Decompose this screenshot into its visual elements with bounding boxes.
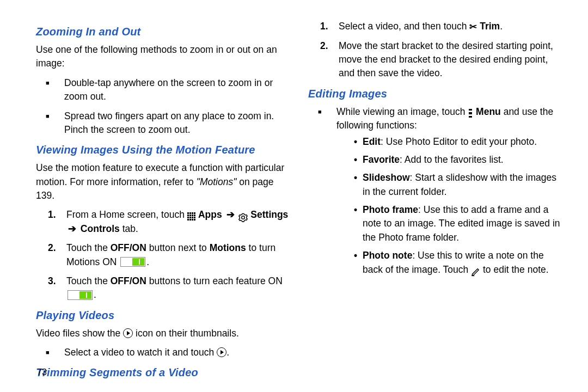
offon-label: OFF/ON [111,242,146,253]
motions-label: Motions [210,242,246,253]
controls-label: Controls [78,223,120,234]
heading-trimming: Trimming Segments of a Video [36,365,289,381]
heading-motion: Viewing Images Using the Motion Feature [36,142,289,158]
fn-note-k: Photo note [363,250,412,261]
play-b1-b: . [226,347,229,358]
step2-a: Touch the [66,242,111,253]
page-number: 73 [37,366,47,378]
motion-step-2: Touch the OFF/ON button next to Motions … [66,241,289,269]
fn-edit-v: : Use Photo Editor to edit your photo. [381,136,537,147]
motion-step-3: Touch the OFF/ON buttons to turn each fe… [66,274,289,302]
menu-label: Menu [473,106,501,117]
fn-fav-v: : Add to the favorites list. [400,154,504,165]
gear-icon [238,212,248,222]
fn-photo-frame: Photo frame: Use this to add a frame and… [363,203,561,244]
trim-step-1: Select a video, and then touch ✂ Trim. [339,20,561,34]
settings-label: Settings [248,209,288,220]
motion-step-1: From a Home screen, touch Apps ➔ Setting… [66,208,289,236]
heading-playing-videos: Playing Videos [36,308,289,323]
toggle-on-icon-2 [68,290,93,300]
fn-slide-k: Slideshow [363,172,410,183]
step3-b: buttons to turn each feature ON [146,275,283,286]
menu-icon [469,109,472,118]
play-intro-b: icon on their thumbnails. [133,328,239,339]
trim-step-2: Move the start bracket to the desired st… [339,39,561,81]
arrow-icon: ➔ [225,209,236,220]
offon-label-2: OFF/ON [111,275,146,286]
play-intro: Video files show the icon on their thumb… [36,327,289,340]
zoom-bullet-2: Spread two fingers apart on any place to… [61,109,289,137]
trim1-a: Select a video, and then touch [339,21,469,32]
play-intro-a: Video files show the [36,328,123,339]
play-b1-a: Select a video to watch it and touch [64,347,217,358]
fn-photo-note: Photo note: Use this to write a note on … [363,249,561,277]
play-bullet-1: Select a video to watch it and touch . [61,346,289,359]
toggle-on-icon [120,257,145,267]
pencil-icon [471,267,480,276]
edit-b1-a: While viewing an image, touch [336,106,468,117]
zoom-intro: Use one of the following methods to zoom… [36,43,289,71]
step3-a: Touch the [66,275,111,286]
apps-grid-icon [187,212,196,221]
zoom-bullet-1: Double-tap anywhere on the screen to zoo… [61,76,289,104]
scissors-icon: ✂ [469,21,477,34]
apps-label: Apps [196,209,225,220]
play-circle-icon [123,328,133,338]
fn-frame-k: Photo frame [363,204,418,215]
play-circle-icon-2 [217,347,226,357]
step3-c: . [94,289,96,300]
fn-fav-k: Favorite [363,154,400,165]
trim1-b: . [500,21,503,32]
fn-edit-k: Edit [363,136,381,147]
motion-intro: Use the motion feature to execute a func… [36,161,289,203]
step1-a: From a Home screen, touch [66,209,187,220]
fn-note-v2: to edit the note. [480,264,549,275]
edit-bullet-1: While viewing an image, touch Menu and u… [333,105,561,277]
trim-label: Trim [477,21,500,32]
heading-editing-images: Editing Images [308,86,561,102]
step2-b: button next to [146,242,210,253]
tab-label: tab. [120,223,138,234]
fn-favorite: Favorite: Add to the favorites list. [363,153,561,167]
fn-slideshow: Slideshow: Start a slideshow with the im… [363,171,561,199]
fn-edit: Edit: Use Photo Editor to edit your phot… [363,135,561,149]
step2-d: . [146,256,149,267]
arrow-icon-2: ➔ [66,223,78,234]
motion-ref: "Motions" [197,176,237,187]
heading-zooming: Zooming In and Out [36,24,289,40]
